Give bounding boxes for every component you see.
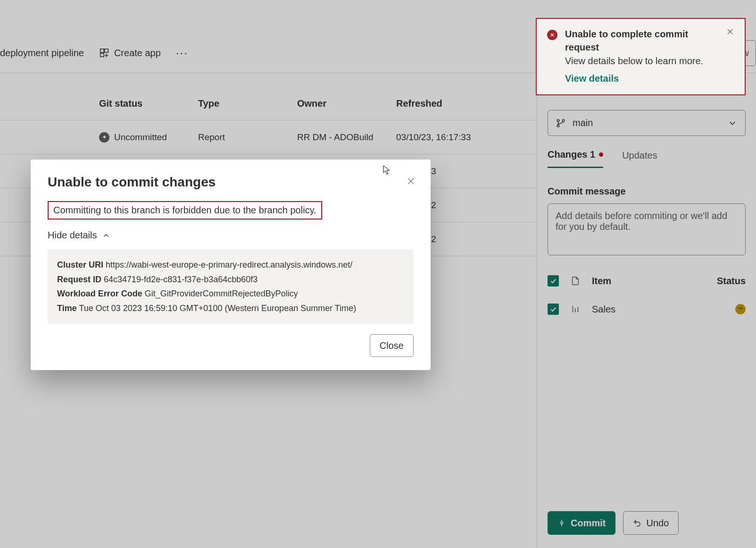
error-details-box: Cluster URI https://wabi-west-europe-e-p… [48, 249, 414, 324]
modal-error-message: Committing to this branch is forbidden d… [48, 201, 322, 219]
modal-title: Unable to commit changes [48, 175, 414, 190]
workload-error-label: Workload Error Code [57, 289, 142, 298]
toast-close-button[interactable] [726, 27, 734, 84]
hide-details-toggle[interactable]: Hide details [48, 230, 414, 241]
modal-close-button[interactable] [406, 177, 415, 186]
cluster-uri-value: https://wabi-west-europe-e-primary-redir… [106, 260, 352, 270]
time-label: Time [57, 304, 77, 313]
toast-title: Unable to complete commit request [565, 27, 718, 54]
hide-details-label: Hide details [48, 230, 97, 241]
workload-error-value: Git_GitProviderCommitRejectedByPolicy [145, 289, 298, 298]
error-icon [547, 30, 557, 40]
request-id-value: 64c34719-fd2e-c831-f37e-b3a64cbb60f3 [104, 275, 258, 284]
error-toast: Unable to complete commit request View d… [536, 18, 746, 95]
toast-view-details-link[interactable]: View details [565, 73, 619, 84]
request-id-label: Request ID [57, 275, 101, 284]
app-root: deployment pipeline Create app ··· Sourc… [0, 0, 756, 548]
error-modal: Unable to commit changes Committing to t… [31, 160, 431, 370]
time-value: Tue Oct 03 2023 16:59:10 GMT+0100 (Weste… [79, 304, 356, 313]
chevron-up-icon [102, 231, 110, 240]
cluster-uri-label: Cluster URI [57, 260, 103, 270]
toast-body: View details below to learn more. [565, 56, 718, 67]
modal-close-action-button[interactable]: Close [370, 334, 414, 357]
